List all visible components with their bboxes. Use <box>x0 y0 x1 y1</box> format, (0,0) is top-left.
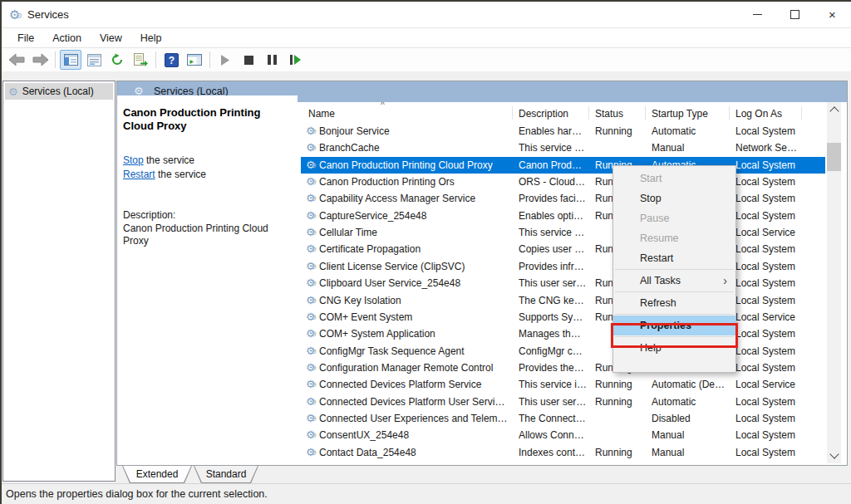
menu-separator <box>615 291 734 292</box>
back-button[interactable] <box>6 50 27 70</box>
table-row[interactable]: ⚙Client License Service (ClipSVC)Provide… <box>301 258 825 275</box>
table-row[interactable]: ⚙CNG Key IsolationThe CNG ke…RunningLoca… <box>301 292 825 309</box>
stop-icon <box>244 56 253 65</box>
cell-desc: The Connect… <box>519 413 586 424</box>
service-description-block: Description: Canon Production Printing C… <box>123 209 291 248</box>
table-row[interactable]: ⚙COM+ System ApplicationManages th…Local… <box>301 325 825 342</box>
table-row[interactable]: ⚙Contact Data_254e48Indexes cont…Running… <box>301 444 825 461</box>
table-row[interactable]: ⚙COM+ Event SystemSupports Sy…RunningLoc… <box>301 309 825 325</box>
services-list-pane: ^ Name Description Status Startup Type L… <box>298 102 841 463</box>
cell-startup: Automatic <box>652 125 696 137</box>
cell-desc: Provides faci… <box>519 193 586 204</box>
table-row[interactable]: ⚙Cellular TimeThis service …Local Servic… <box>301 224 825 241</box>
cell-name: COM+ System Application <box>319 328 435 340</box>
refresh-button[interactable] <box>106 50 128 70</box>
context-menu-item-refresh[interactable]: Refresh <box>613 293 735 313</box>
cell-name: Cellular Time <box>319 227 377 238</box>
menu-file[interactable]: File <box>8 30 43 46</box>
help-icon: ? <box>165 53 179 67</box>
pause-icon <box>268 55 277 65</box>
help-button[interactable]: ? <box>160 50 182 70</box>
maximize-icon <box>790 10 799 19</box>
export-list-button[interactable] <box>130 50 151 70</box>
table-row[interactable]: ⚙BranchCacheThis service …ManualNetwork … <box>301 139 825 156</box>
restart-service-button[interactable] <box>284 50 306 70</box>
table-row[interactable]: ⚙Connected Devices Platform ServiceThis … <box>301 376 825 393</box>
show-action-pane-button[interactable] <box>184 50 205 70</box>
cell-name: Contact Data_254e48 <box>319 447 416 458</box>
cell-logon: Local System <box>735 193 795 204</box>
console-tree-icon <box>64 54 78 66</box>
show-console-tree-button[interactable] <box>60 50 81 70</box>
table-row[interactable]: ⚙ConsentUX_254e48Allows Conn…ManualLocal… <box>301 427 825 443</box>
context-menu-item-restart[interactable]: Restart <box>613 248 735 268</box>
table-row[interactable]: ⚙Connected Devices Platform User Servi…T… <box>301 394 825 410</box>
table-row[interactable]: ⚙ <box>301 461 825 463</box>
close-button[interactable]: × <box>814 2 851 27</box>
column-header-log-on-as[interactable]: Log On As <box>735 108 782 120</box>
service-gear-icon: ⚙ <box>306 159 316 171</box>
column-divider[interactable] <box>801 106 802 120</box>
restart-service-suffix: the service <box>155 169 206 180</box>
properties-window-icon <box>87 54 101 66</box>
table-row[interactable]: ⚙Canon Production Printing OrsORS - Clou… <box>301 174 825 190</box>
cell-logon: Local System <box>735 125 795 137</box>
column-header-status[interactable]: Status <box>595 108 623 120</box>
cell-logon: Local System <box>735 277 795 289</box>
submenu-arrow-icon: › <box>723 274 727 287</box>
service-gear-icon: ⚙ <box>306 175 316 188</box>
tree-item-services-local[interactable]: ⚙ Services (Local) <box>5 83 113 100</box>
cell-startup: Disabled <box>652 413 691 424</box>
cell-desc: This user ser… <box>519 396 586 408</box>
column-header-name[interactable]: Name <box>308 108 335 120</box>
table-row[interactable]: ⚙Bonjour ServiceEnables har…RunningAutom… <box>301 123 825 139</box>
cell-logon: Local System <box>735 210 795 222</box>
column-divider[interactable] <box>512 106 513 120</box>
stop-service-button[interactable] <box>238 50 259 70</box>
menu-action[interactable]: Action <box>43 30 91 46</box>
context-menu-item-all-tasks[interactable]: All Tasks› <box>613 271 735 291</box>
pause-service-button[interactable] <box>261 50 283 70</box>
table-row[interactable]: ⚙Certificate PropagationCopies user …Run… <box>301 241 825 257</box>
table-row[interactable]: ⚙Capability Access Manager ServiceProvid… <box>301 190 825 207</box>
column-divider[interactable] <box>645 106 646 120</box>
scrollbar-thumb[interactable] <box>827 143 841 171</box>
tab-extended[interactable]: Extended <box>122 466 192 483</box>
scroll-down-icon[interactable] <box>829 449 839 458</box>
context-menu-item-stop[interactable]: Stop <box>613 188 735 208</box>
close-icon: × <box>829 8 836 21</box>
service-gear-icon: ⚙ <box>306 395 316 408</box>
start-service-button[interactable] <box>214 50 236 70</box>
table-row[interactable]: ⚙Canon Production Printing Cloud ProxyCa… <box>301 157 825 174</box>
properties-button[interactable] <box>83 50 105 70</box>
minimize-button[interactable] <box>739 2 776 27</box>
table-row[interactable]: ⚙ConfigMgr Task Sequence AgentConfigMgr … <box>301 343 825 360</box>
cell-logon: Local System <box>735 295 795 306</box>
column-divider[interactable] <box>588 106 589 120</box>
column-divider[interactable] <box>729 106 730 120</box>
service-gear-icon: ⚙ <box>306 462 316 463</box>
restart-service-link[interactable]: Restart <box>123 169 155 180</box>
menu-help[interactable]: Help <box>131 30 171 46</box>
scroll-up-icon[interactable] <box>829 106 839 115</box>
menu-separator <box>615 269 734 270</box>
column-header-description[interactable]: Description <box>519 108 568 120</box>
stop-service-link[interactable]: Stop <box>123 154 144 166</box>
cell-desc: Canon Prod… <box>519 159 582 171</box>
stop-service-line: Stop the service <box>123 154 291 168</box>
tab-standard[interactable]: Standard <box>194 466 258 483</box>
menu-item-label: Restart <box>640 252 673 264</box>
forward-button[interactable] <box>29 50 51 70</box>
cell-desc: Provides the… <box>519 362 584 374</box>
menu-view[interactable]: View <box>91 30 131 46</box>
cell-name: COM+ Event System <box>319 311 412 323</box>
table-row[interactable]: ⚙Clipboard User Service_254e48This user … <box>301 275 825 291</box>
maximize-button[interactable] <box>776 2 814 27</box>
restart-icon <box>290 55 301 65</box>
service-gear-icon: ⚙ <box>306 311 316 323</box>
table-row[interactable]: ⚙CaptureService_254e48Enables opti…Runni… <box>301 208 825 224</box>
vertical-scrollbar[interactable] <box>827 102 841 463</box>
table-row[interactable]: ⚙Configuration Manager Remote ControlPro… <box>301 360 825 376</box>
table-row[interactable]: ⚙Connected User Experiences and Telem…Th… <box>301 410 825 427</box>
column-header-startup-type[interactable]: Startup Type <box>652 108 708 120</box>
